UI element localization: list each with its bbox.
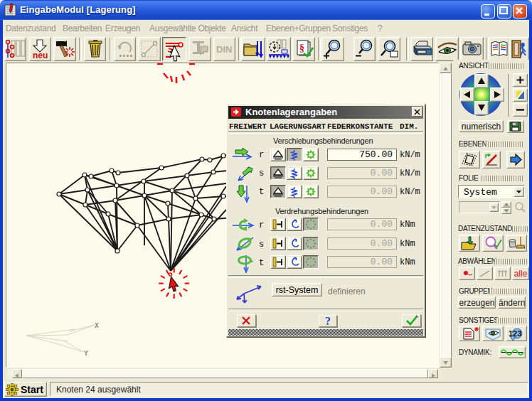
svg-text:§: § <box>299 43 304 53</box>
svg-text:DIN: DIN <box>216 44 232 55</box>
svg-text:Y: Y <box>84 350 88 358</box>
svg-text:neu: neu <box>33 50 48 60</box>
svg-text:?: ? <box>325 316 331 326</box>
svg-text:123: 123 <box>509 329 521 338</box>
svg-text:X: X <box>95 322 99 330</box>
